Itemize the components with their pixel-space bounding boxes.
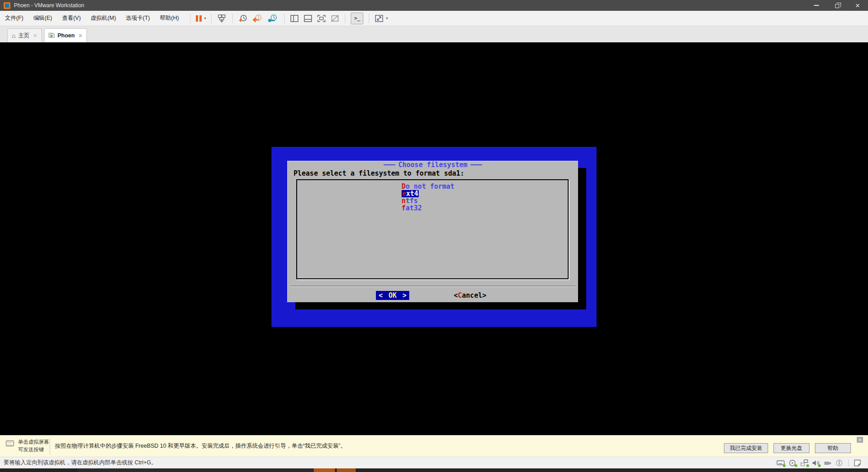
show-thumbnail-bar-button[interactable] [301, 12, 315, 25]
bluetooth-device-icon[interactable] [835, 459, 844, 467]
guest-screen[interactable]: Choose filesystem Please select a filesy… [271, 147, 597, 327]
restore-button[interactable] [827, 0, 847, 11]
taskbar-segment [78, 468, 314, 472]
menu-help[interactable]: 帮助(H) [155, 11, 184, 26]
usb-device-icon[interactable] [823, 459, 832, 467]
chevron-down-icon: ▾ [204, 16, 206, 20]
device-connected-dot [818, 464, 821, 467]
console-icon: >_ [351, 13, 363, 24]
title-line-right [470, 164, 482, 165]
snapshot-revert-icon [253, 14, 263, 23]
minimize-button[interactable] [806, 0, 827, 11]
vm-tab-icon [49, 33, 55, 38]
install-hint-message: 按照在物理计算机中的步骤安装 FreeBSD 10 和更早版本。安装完成后，操作… [55, 442, 346, 450]
ok-right-bracket: > [402, 291, 407, 300]
device-status-icons [777, 457, 862, 469]
os-taskbar-sliver [0, 468, 868, 472]
toolbar-separator [211, 14, 212, 23]
unity-icon [330, 14, 339, 23]
capture-hint-line1: 单击虚拟屏幕 [18, 438, 49, 446]
vmware-app-icon [4, 2, 10, 9]
ok-left-bracket: < [379, 291, 383, 300]
hint-buttons: 我已完成安装 更换光盘 帮助 [724, 443, 851, 453]
ok-button[interactable]: < OK > [376, 291, 409, 300]
list-item-do-not-format[interactable]: Do not format [402, 183, 454, 190]
snapshot-take-icon [238, 14, 248, 23]
menu-toolbar: 文件(F) 编辑(E) 查看(V) 虚拟机(M) 选项卡(T) 帮助(H) ▾ [0, 11, 868, 26]
restore-icon [835, 4, 839, 8]
tab-label: Phoen [58, 32, 75, 39]
network-device-icon[interactable] [800, 459, 809, 467]
menu-edit[interactable]: 编辑(E) [28, 11, 57, 26]
capture-hint-line2: 可发送按键 [18, 446, 49, 454]
toolbar-separator [190, 14, 190, 23]
title-line-left [384, 164, 395, 165]
ok-label: OK [389, 291, 397, 300]
toolbar-separator [345, 14, 345, 23]
window-controls: ✕ [806, 0, 868, 11]
message-log-icon[interactable] [853, 459, 862, 467]
finished-installing-button[interactable]: 我已完成安装 [724, 443, 768, 453]
toolbar-separator [284, 14, 285, 23]
list-item-fat32[interactable]: fat32 [402, 204, 422, 212]
cdrom-device-icon[interactable] [788, 459, 797, 467]
fit-guest-button[interactable]: ▾ [372, 12, 390, 25]
unity-mode-button[interactable] [328, 12, 342, 25]
keyboard-capture-icon [6, 440, 14, 446]
fullscreen-button[interactable] [315, 12, 328, 25]
sound-device-icon[interactable] [812, 459, 820, 467]
tab-close-icon[interactable]: ✕ [78, 33, 82, 39]
menu-tabs[interactable]: 选项卡(T) [121, 11, 155, 26]
hint-close-icon[interactable]: ✕ [857, 437, 863, 443]
dialog-message: Please select a filesystem to format sda… [294, 170, 464, 177]
console-view-button[interactable]: >_ [348, 12, 366, 25]
send-ctrl-alt-del-button[interactable] [215, 12, 229, 25]
status-bar: 要将输入定向到该虚拟机，请在虚拟机内部单击或按 Ctrl+G。 [0, 457, 868, 468]
tab-label: 主页 [18, 32, 29, 40]
hint-separator [50, 438, 50, 454]
power-pause-button[interactable]: ▾ [194, 12, 208, 25]
help-button[interactable]: 帮助 [815, 443, 851, 453]
change-disc-button[interactable]: 更换光盘 [773, 443, 809, 453]
snapshot-manager-icon [268, 14, 279, 23]
vm-display-area[interactable]: Choose filesystem Please select a filesy… [0, 42, 868, 435]
list-item-ext4[interactable]: ext4 [402, 190, 419, 197]
toolbar-separator [369, 14, 369, 23]
show-library-button[interactable] [288, 12, 301, 25]
capture-hint-text: 单击虚拟屏幕 可发送按键 [18, 438, 49, 454]
filesystem-listbox[interactable]: Do not format ext4 ntfs fat32 [296, 179, 569, 279]
list-item-ntfs[interactable]: ntfs [402, 197, 418, 204]
menu-view[interactable]: 查看(V) [57, 11, 86, 26]
tab-phoen[interactable]: Phoen ✕ [44, 28, 87, 42]
take-snapshot-button[interactable] [236, 12, 250, 25]
pause-icon [196, 15, 202, 22]
menu-file[interactable]: 文件(F) [0, 11, 28, 26]
tab-bar: ⌂ 主页 ✕ Phoen ✕ [0, 26, 868, 42]
cancel-button[interactable]: <Cancel> [454, 291, 486, 300]
device-connected-dot [783, 464, 786, 467]
close-button[interactable]: ✕ [847, 0, 868, 11]
hint-bar: 单击虚拟屏幕 可发送按键 按照在物理计算机中的步骤安装 FreeBSD 10 和… [0, 435, 868, 457]
panel-bottom-icon [303, 14, 312, 23]
status-message: 要将输入定向到该虚拟机，请在虚拟机内部单击或按 Ctrl+G。 [4, 459, 157, 467]
toolbar-separator [232, 14, 233, 23]
title-bar: Phoen - VMware Workstation ✕ [0, 0, 868, 11]
home-icon: ⌂ [12, 32, 15, 39]
dialog-title: Choose filesystem [398, 161, 468, 168]
minimize-icon [814, 5, 819, 6]
revert-snapshot-button[interactable] [250, 12, 266, 25]
tab-close-icon[interactable]: ✕ [33, 33, 37, 39]
harddisk-device-icon[interactable] [777, 459, 785, 467]
device-connected-dot [806, 464, 809, 467]
status-separator [848, 459, 849, 467]
snapshot-manager-button[interactable] [266, 12, 281, 25]
tab-home[interactable]: ⌂ 主页 ✕ [7, 28, 42, 42]
menu-vm[interactable]: 虚拟机(M) [86, 11, 121, 26]
taskbar-active-app-segment [337, 468, 356, 472]
fit-expand-icon [375, 14, 384, 23]
device-connected-dot [795, 464, 797, 467]
chevron-down-icon: ▾ [386, 16, 388, 20]
fullscreen-icon [317, 14, 326, 23]
panel-left-icon [290, 14, 299, 23]
close-icon: ✕ [855, 3, 860, 9]
